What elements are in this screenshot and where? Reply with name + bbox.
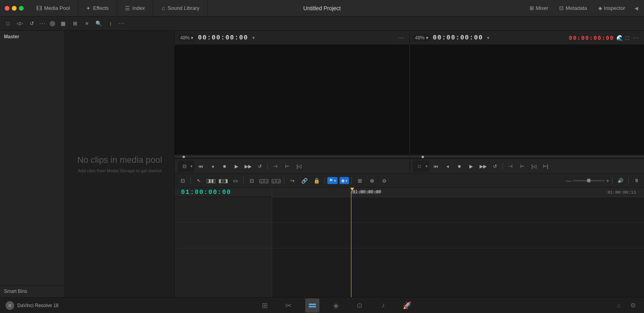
tab-fairlight[interactable]: ♪ — [376, 298, 390, 313]
source-monitor-panel — [175, 45, 409, 155]
tab-fusion[interactable]: ◈ — [329, 298, 343, 313]
program-scrub-handle[interactable] — [422, 156, 424, 158]
tab-index[interactable]: ☰ Index — [117, 0, 153, 16]
tab-cut[interactable]: ✂ — [282, 298, 296, 313]
program-timecode-display: 00:00:00:00 — [433, 34, 483, 41]
source-more-button[interactable]: ··· — [396, 34, 406, 41]
audio-mixer-button[interactable]: ⏸ — [631, 175, 642, 186]
home-button[interactable]: ⌂ — [613, 300, 624, 311]
source-mark-out-button[interactable]: ⊢ — [282, 161, 292, 171]
source-scrub-handle[interactable] — [183, 156, 185, 158]
program-play-button[interactable]: ▶ — [466, 161, 476, 171]
tab-effects-label: Effects — [93, 5, 109, 11]
program-nav-mark-right-button[interactable]: ⊢| — [541, 161, 551, 171]
code-view-button[interactable]: ◁▷ — [14, 19, 25, 29]
expand-panel-button[interactable]: ◀ — [631, 4, 641, 13]
svg-rect-2 — [309, 306, 312, 307]
timeline-tracks — [272, 197, 644, 297]
source-stop-button[interactable]: ■ — [219, 161, 230, 171]
tab-edit[interactable] — [305, 298, 319, 313]
tab-effects[interactable]: ✦ Effects — [78, 0, 117, 16]
app-logo-area: ⊙ DaVinci Resolve 18 — [0, 301, 64, 310]
program-go-end-button[interactable]: ▶▶ — [478, 161, 488, 171]
maximize-button[interactable] — [19, 6, 24, 11]
trim-tool-button[interactable]: ◨◧ — [205, 175, 217, 186]
volume-button[interactable]: 🔊 — [615, 175, 625, 186]
refresh-button[interactable]: ↺ — [26, 19, 37, 29]
program-go-start-button[interactable]: ⏮ — [431, 161, 441, 171]
program-loop-button[interactable]: ↺ — [490, 161, 500, 171]
more-options-button[interactable]: ··· — [38, 20, 47, 27]
lock-button[interactable]: 🔒 — [311, 175, 322, 186]
zoom-out-clip-button[interactable]: ⊖ — [379, 175, 390, 186]
tab-media-pool[interactable]: 🎞 Media Pool — [28, 0, 78, 16]
settings-button[interactable]: ⚙ — [627, 300, 638, 311]
program-mark-out-button[interactable]: ⊢ — [517, 161, 527, 171]
source-dropdown-button[interactable]: ▾ — [252, 35, 255, 41]
link-clip-button[interactable]: 🔗 — [299, 175, 310, 186]
undo-flag-button[interactable]: ↪ — [287, 175, 298, 186]
zoom-minus-button[interactable]: — — [566, 177, 571, 184]
program-stop-button[interactable]: ■ — [454, 161, 465, 171]
search-button[interactable]: 🔍 — [93, 19, 104, 29]
source-zoom-display[interactable]: 48% ▾ — [178, 34, 196, 41]
tab-sound-library[interactable]: ♫ Sound Library — [153, 0, 207, 16]
source-go-start-button[interactable]: ⏮ — [196, 161, 206, 171]
minimize-button[interactable] — [12, 6, 17, 11]
zoom-plus-button[interactable]: + — [606, 177, 609, 184]
record-button[interactable] — [50, 21, 55, 26]
timeline-monitor-button[interactable]: ⊡ — [177, 175, 188, 186]
program-dropdown-button[interactable]: ▾ — [487, 35, 489, 41]
program-mark-in-button[interactable]: ⊣ — [505, 161, 515, 171]
program-nav-mark-button[interactable]: |◁ — [529, 161, 539, 171]
zoom-slider[interactable] — [573, 180, 605, 181]
slip-tool-button[interactable]: ▭ — [230, 175, 241, 186]
program-monitor-panel — [409, 45, 644, 155]
link-tool-button[interactable]: ◱◲ — [258, 175, 269, 186]
source-mark-in-button[interactable]: ⊣ — [270, 161, 280, 171]
metadata-button[interactable]: ⊡ Metadata — [554, 4, 592, 13]
tab-index-label: Index — [133, 5, 145, 11]
smart-bins-label[interactable]: Smart Bins — [0, 285, 65, 297]
program-fullscreen-button[interactable]: □ — [414, 161, 425, 171]
inspector-button[interactable]: ◈ Inspector — [594, 4, 630, 13]
close-button[interactable] — [5, 6, 9, 11]
flag-button[interactable]: ⚑ ▾ — [327, 177, 338, 184]
retime-button[interactable]: ◱◲ — [271, 175, 282, 186]
zoom-slider-handle[interactable] — [587, 179, 591, 183]
source-playback-controls: ⊡ ▾ ⏮ ◂ ■ ▶ ▶▶ ↺ ⊣ ⊢ |◁ — [175, 160, 409, 172]
source-play-button[interactable]: ▶ — [231, 161, 241, 171]
program-playback-controls: □ ▾ ⏮ ◂ ■ ▶ ▶▶ ↺ ⊣ ⊢ |◁ ⊢| — [409, 160, 644, 172]
source-go-end-button[interactable]: ▶▶ — [243, 161, 253, 171]
timeline-view-button[interactable]: ⊞ — [354, 175, 365, 186]
detail-view-button[interactable]: ≡ — [81, 19, 92, 29]
playhead-time-label: 01:00:00:00 — [353, 189, 381, 194]
program-prev-frame-button[interactable]: ◂ — [442, 161, 453, 171]
master-bin-label[interactable]: Master — [0, 31, 65, 43]
source-nav-mark-button[interactable]: |◁ — [294, 161, 304, 171]
snap-tool-button[interactable]: ⊡ — [246, 175, 257, 186]
program-zoom-display[interactable]: 48% ▾ — [413, 34, 431, 41]
tab-media[interactable]: ⊞ — [258, 298, 272, 313]
marker-button[interactable]: ◆ ▾ — [340, 177, 349, 184]
playhead-line[interactable] — [351, 197, 351, 297]
ruler-time-end: 01:00:00:11 — [607, 190, 636, 195]
traffic-lights — [0, 6, 28, 11]
source-loop-button[interactable]: ↺ — [255, 161, 265, 171]
source-prev-frame-button[interactable]: ◂ — [207, 161, 218, 171]
timeline-ruler: 01:00:00:00 01:00:00:11 01:00:00:00 — [272, 188, 644, 197]
mixer-button[interactable]: ⊞ Mixer — [525, 4, 553, 13]
effects-icon: ✦ — [86, 5, 91, 11]
tab-deliver[interactable]: 🚀 — [400, 298, 414, 313]
select-tool-button[interactable]: ↖ — [193, 175, 204, 186]
tab-color[interactable]: ⊙ — [353, 298, 367, 313]
grid-view-button[interactable]: ▦ — [58, 19, 69, 29]
view-mode-button[interactable]: □ — [2, 19, 13, 29]
sort-button[interactable]: ↕ — [105, 19, 116, 29]
list-view-button[interactable]: ⊞ — [69, 19, 80, 29]
source-fullscreen-button[interactable]: ⊡ — [179, 161, 190, 171]
extra-options-button[interactable]: ··· — [117, 20, 126, 27]
program-more-button[interactable]: ··· — [631, 34, 641, 41]
zoom-in-clip-button[interactable]: ⊕ — [366, 175, 377, 186]
blade-tool-button[interactable]: ◧◨ — [218, 175, 229, 186]
